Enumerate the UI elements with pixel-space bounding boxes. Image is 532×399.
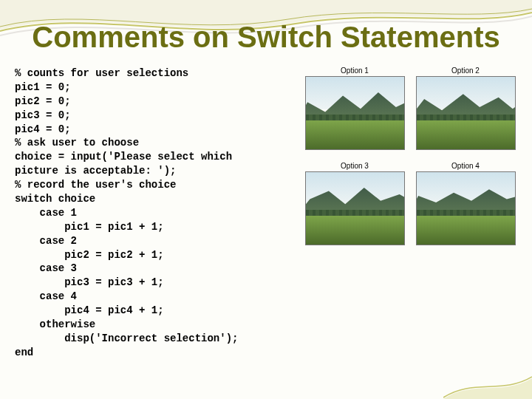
option-thumbnail (416, 76, 516, 150)
option-4: Option 4 (414, 162, 517, 245)
option-thumbnail (416, 171, 516, 245)
option-label: Option 4 (451, 162, 480, 170)
option-thumbnail (305, 76, 405, 150)
option-label: Option 2 (451, 66, 480, 75)
option-label: Option 1 (341, 66, 369, 75)
option-label: Option 3 (341, 162, 369, 170)
option-2: Option 2 (414, 66, 517, 150)
code-block: % counts for user selections pic1 = 0; p… (15, 66, 310, 360)
option-3: Option 3 (303, 162, 406, 245)
option-thumbnail (305, 171, 405, 245)
option-grid: Option 1 Option 2 Option 3 Option 4 (303, 66, 517, 245)
footer-swoosh (443, 372, 532, 399)
slide-title: Comments on Switch Statements (0, 21, 532, 54)
option-1: Option 1 (303, 66, 406, 150)
